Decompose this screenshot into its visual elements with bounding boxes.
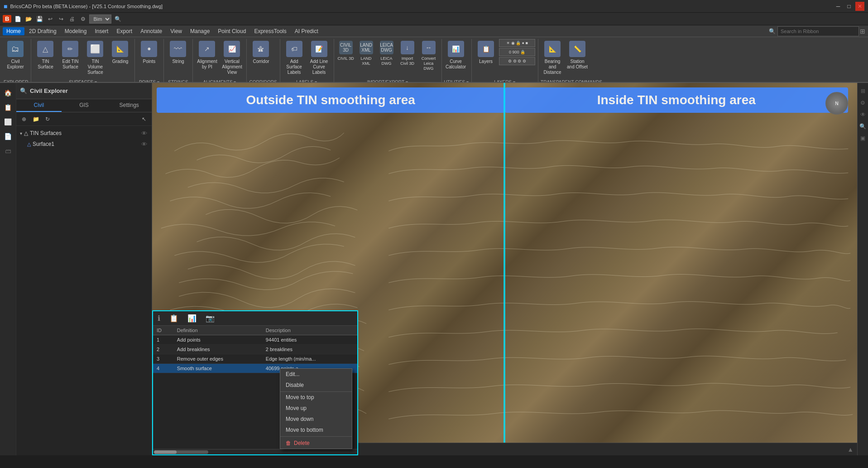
civil-explorer-button[interactable]: 🗂 Civil Explorer bbox=[4, 39, 27, 79]
settings-button[interactable]: ⚙ bbox=[78, 14, 87, 24]
table-row[interactable]: 2 Add breaklines 2 breaklines bbox=[153, 345, 357, 354]
sidebar-refresh-button[interactable]: ↻ bbox=[43, 114, 53, 124]
tin-surfaces-visibility[interactable]: 👁 bbox=[140, 129, 148, 137]
menu-point-cloud[interactable]: Point Cloud bbox=[214, 27, 249, 35]
canvas-area[interactable]: Outside TIN smoothing area Inside TIN sm… bbox=[152, 83, 857, 455]
sidebar-tab-settings[interactable]: Settings bbox=[106, 99, 152, 112]
ctx-move-top[interactable]: Move to top bbox=[280, 391, 352, 403]
layers-button[interactable]: 📋 Layers bbox=[474, 39, 498, 79]
command-expand-button[interactable]: ▲ bbox=[847, 446, 854, 453]
ribbon-group-strings: 〰 String STRINGS bbox=[164, 39, 193, 82]
search-input[interactable] bbox=[777, 26, 859, 36]
rs-tools-icon[interactable]: ⚙ bbox=[858, 98, 868, 107]
blocks-icon[interactable]: ⬜ bbox=[2, 116, 14, 128]
app-logo[interactable]: B bbox=[3, 15, 11, 23]
bp-tab-definition[interactable]: 📋 bbox=[168, 313, 179, 323]
grading-button[interactable]: 📐 Grading bbox=[108, 39, 132, 79]
curve-calculator-button[interactable]: 📊 Curve Calculator bbox=[444, 39, 468, 79]
layers-icon[interactable]: 📋 bbox=[2, 101, 14, 114]
bottom-panel-scrollbar[interactable] bbox=[153, 449, 357, 454]
ctx-delete[interactable]: 🗑 Delete bbox=[280, 438, 352, 449]
layer-tools-row2[interactable]: 0 900 🔒 bbox=[499, 48, 535, 56]
sidebar-folder-button[interactable]: 📁 bbox=[31, 114, 41, 124]
menu-export[interactable]: Export bbox=[113, 27, 136, 35]
save-button[interactable]: 💾 bbox=[35, 14, 44, 24]
tree-item-surface1[interactable]: △ Surface1 👁 bbox=[16, 139, 152, 150]
add-surface-labels-button[interactable]: 🏷 Add Surface Labels bbox=[283, 39, 306, 79]
menu-insert[interactable]: Insert bbox=[91, 27, 112, 35]
table-row[interactable]: 3 Remove outer edges Edge length (min/ma… bbox=[153, 354, 357, 364]
menu-modeling[interactable]: Modeling bbox=[61, 27, 91, 35]
scroll-thumb[interactable] bbox=[154, 450, 177, 454]
bp-tab-camera[interactable]: 📷 bbox=[205, 313, 216, 323]
toolbar-area: B 📄 📂 💾 ↩ ↪ 🖨 ⚙ Bim 🔍 Home 2D Drafting M… bbox=[0, 13, 868, 83]
rs-view-icon[interactable]: 👁 bbox=[858, 110, 868, 119]
ctx-move-up[interactable]: Move up bbox=[280, 403, 352, 414]
edit-tin-surface-button[interactable]: ✏ Edit TIN Surface bbox=[58, 39, 82, 79]
sidebar-cursor-button[interactable]: ↖ bbox=[139, 114, 149, 124]
properties-icon[interactable]: 📄 bbox=[2, 130, 14, 143]
leica-dwg-button[interactable]: LEICA DWG LEICA DWG bbox=[377, 39, 396, 79]
print-button[interactable]: 🖨 bbox=[67, 14, 77, 24]
menu-express-tools[interactable]: ExpressTools bbox=[250, 27, 290, 35]
points-button[interactable]: • Points bbox=[137, 39, 161, 79]
tin-surface-button[interactable]: △ TIN Surface bbox=[34, 39, 57, 79]
rs-adjust-icon[interactable]: ▣ bbox=[858, 134, 868, 143]
alignment-by-pi-button[interactable]: ↗ Alignment by PI bbox=[195, 39, 219, 79]
surface1-visibility[interactable]: 👁 bbox=[140, 140, 148, 148]
ctx-move-bottom[interactable]: Move to bottom bbox=[280, 425, 352, 435]
scroll-track[interactable] bbox=[154, 450, 208, 454]
group-label-layers: LAYERS ▾ bbox=[474, 79, 535, 82]
sidebar-add-button[interactable]: ⊕ bbox=[19, 114, 29, 124]
rs-snap-icon[interactable]: ⊞ bbox=[858, 87, 868, 96]
menu-home[interactable]: Home bbox=[3, 27, 24, 35]
ribbon-group-labels: 🏷 Add Surface Labels 📝 Add Line Curve La… bbox=[281, 39, 334, 82]
vertical-alignment-view-button[interactable]: 📈 Vertical Alignment View bbox=[220, 39, 244, 79]
inside-tin-label: Inside TIN smoothing area bbox=[505, 87, 849, 113]
layer-tools-row3[interactable]: ⚙ ⚙ ⚙ ⚙ bbox=[499, 57, 535, 65]
group-label-labels: LABELS ▾ bbox=[283, 79, 331, 82]
convert-leica-dwg-button[interactable]: ↔ Convert Leica DWG bbox=[419, 39, 439, 79]
add-line-curve-labels-button[interactable]: 📝 Add Line Curve Labels bbox=[307, 39, 331, 79]
ctx-move-down[interactable]: Move down bbox=[280, 414, 352, 425]
station-offset-button[interactable]: 📏 Station and Offset bbox=[566, 39, 589, 79]
layer-tools-row1[interactable]: ☀ ◉ 🔒 ● ■ bbox=[499, 39, 535, 47]
open-button[interactable]: 📂 bbox=[24, 14, 33, 24]
tin-volume-surface-button[interactable]: ⬜ TIN Volume Surface bbox=[83, 39, 107, 79]
close-button[interactable]: ✕ bbox=[855, 2, 864, 11]
civil-3d-button[interactable]: CIVIL 3D CIVIL 3D bbox=[336, 39, 355, 79]
tree-item-tin-surfaces[interactable]: ▾ △ TIN Surfaces 👁 bbox=[16, 128, 152, 139]
sidebar-tab-gis[interactable]: GIS bbox=[62, 99, 107, 112]
table-row[interactable]: 1 Add points 94401 entities bbox=[153, 335, 357, 345]
menu-manage[interactable]: Manage bbox=[187, 27, 213, 35]
undo-button[interactable]: ↩ bbox=[46, 14, 55, 24]
import-civil-3d-button[interactable]: ↓ Import Civil 3D bbox=[398, 39, 417, 79]
ctx-edit[interactable]: Edit... bbox=[280, 369, 352, 380]
tree-expand-icon: ▾ bbox=[20, 131, 22, 136]
string-button[interactable]: 〰 String bbox=[166, 39, 190, 79]
corridor-button[interactable]: 🛣 Corridor bbox=[249, 39, 273, 79]
bp-tab-info[interactable]: ℹ bbox=[157, 313, 161, 323]
menu-2d-drafting[interactable]: 2D Drafting bbox=[25, 27, 60, 35]
bp-tab-chart[interactable]: 📊 bbox=[187, 313, 197, 323]
ribbon-group-points: • Points POINTS ▾ bbox=[135, 39, 164, 82]
rs-filter-icon[interactable]: 🔍 bbox=[858, 122, 868, 131]
maximize-button[interactable]: □ bbox=[844, 2, 854, 11]
ribbon-group-utilities: 📊 Curve Calculator UTILITIES ▾ bbox=[442, 39, 472, 82]
ctx-disable[interactable]: Disable bbox=[280, 380, 352, 391]
minimize-button[interactable]: ─ bbox=[834, 2, 843, 11]
ribbon-collapse-button[interactable]: ⊞ bbox=[860, 28, 865, 35]
home-icon[interactable]: 🏠 bbox=[2, 87, 14, 99]
bearing-distance-button[interactable]: 📐 Bearing and Distance bbox=[541, 39, 564, 79]
bim-dropdown[interactable]: Bim bbox=[89, 14, 111, 24]
menu-annotate[interactable]: Annotate bbox=[137, 27, 166, 35]
sidebar-search-icon: 🔍 bbox=[20, 87, 27, 94]
table-icon[interactable]: 🗃 bbox=[2, 145, 14, 157]
search-button[interactable]: 🔍 bbox=[113, 14, 122, 24]
menu-view[interactable]: View bbox=[167, 27, 186, 35]
new-button[interactable]: 📄 bbox=[13, 14, 22, 24]
redo-button[interactable]: ↪ bbox=[57, 14, 66, 24]
sidebar-tab-civil[interactable]: Civil bbox=[16, 99, 62, 112]
land-xml-button[interactable]: LAND XML LAND XML bbox=[357, 39, 376, 79]
menu-ai-predict[interactable]: AI Predict bbox=[291, 27, 322, 35]
